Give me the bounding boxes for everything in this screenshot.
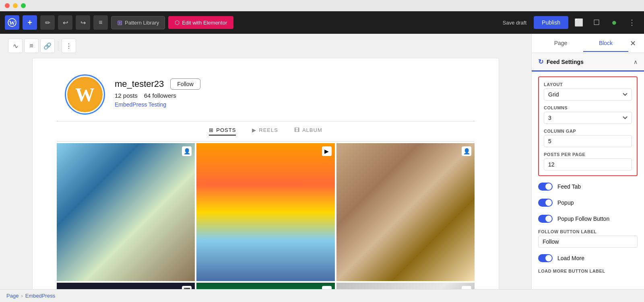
- tab-reels[interactable]: ▶ REELS: [252, 127, 278, 136]
- wp-logo[interactable]: W: [5, 15, 19, 30]
- popup-follow-toggle[interactable]: [538, 215, 553, 223]
- panel-close-button[interactable]: ✕: [628, 37, 638, 49]
- cell-2-icon: ▶: [322, 146, 332, 156]
- load-more-button-label-heading: LOAD MORE BUTTON LABEL: [538, 269, 638, 273]
- pattern-library-icon: ⊞: [117, 19, 122, 27]
- feed-tab-toggle[interactable]: [538, 183, 553, 191]
- grid-cell-1[interactable]: 👤: [57, 143, 195, 281]
- posts-per-page-setting: POSTS PER PAGE: [544, 152, 632, 171]
- popup-toggle-row: Popup: [538, 197, 638, 208]
- follow-button-label-input[interactable]: [538, 236, 638, 248]
- breadcrumb-embedpress[interactable]: EmbedPress: [25, 293, 55, 299]
- posts-per-page-input[interactable]: [544, 158, 632, 171]
- columns-select[interactable]: 1 2 3 4 5: [544, 112, 632, 124]
- profile-name-row: me_tester23 Follow: [115, 78, 200, 90]
- traffic-light-red[interactable]: [5, 3, 10, 8]
- pencil-button[interactable]: ✏: [40, 15, 55, 30]
- popup-label: Popup: [557, 199, 574, 206]
- traffic-light-yellow[interactable]: [13, 3, 18, 8]
- publish-button[interactable]: Publish: [534, 16, 568, 29]
- cell-6-icon: ···: [462, 286, 471, 289]
- cell-5-icon: ▶: [322, 286, 332, 289]
- avatar: W: [67, 77, 103, 112]
- album-icon: 🎞: [294, 127, 300, 133]
- breadcrumb-page[interactable]: Page: [6, 293, 19, 299]
- feed-settings-header[interactable]: ↻ Feed Settings ∧: [532, 53, 644, 72]
- pattern-library-button[interactable]: ⊞ Pattern Library: [111, 16, 165, 29]
- tab-block[interactable]: Block: [583, 35, 628, 52]
- style-btn-3[interactable]: 🔗: [40, 39, 55, 53]
- grid-cell-3[interactable]: 👤: [336, 143, 475, 281]
- editor-area: ∿ ≡ 🔗 ⋮ W me_tester23 Follow: [0, 34, 531, 289]
- grid-cell-2[interactable]: ▶: [196, 143, 334, 281]
- cell-4-icon: ⬛: [182, 286, 192, 289]
- status-button[interactable]: ●: [607, 15, 621, 30]
- add-button[interactable]: +: [23, 15, 37, 30]
- feed-settings-title: ↻ Feed Settings: [538, 58, 584, 66]
- save-draft-button[interactable]: Save draft: [499, 17, 530, 28]
- more-options-button[interactable]: ⋮: [625, 15, 639, 30]
- layout-setting: LAYOUT Grid List Masonry: [544, 82, 632, 101]
- grid-icon: ⊞: [209, 127, 214, 133]
- profile-bio: EmbedPress Testing: [115, 101, 200, 108]
- column-gap-input[interactable]: [544, 135, 632, 147]
- avatar-container: W: [65, 74, 105, 115]
- columns-setting: COLUMNS 1 2 3 4 5: [544, 105, 632, 124]
- popup-toggle[interactable]: [538, 199, 553, 207]
- undo-button[interactable]: ↩: [58, 15, 72, 30]
- profile-stats: 12 posts 64 followers: [115, 92, 200, 99]
- titlebar: [0, 0, 644, 11]
- divider: [58, 41, 58, 51]
- style-btn-1[interactable]: ∿: [8, 39, 23, 53]
- grid-cell-5[interactable]: ▶: [196, 283, 334, 289]
- menu-button[interactable]: ≡: [93, 15, 108, 30]
- grid-cell-4[interactable]: ⬛: [57, 283, 195, 289]
- profile-username: me_tester23: [115, 79, 164, 89]
- grid-cell-6[interactable]: ···: [336, 283, 475, 289]
- panel-header: Page Block ✕: [532, 34, 644, 53]
- feed-settings-icon: ↻: [538, 58, 543, 66]
- cell-3-icon: 👤: [462, 146, 471, 156]
- style-btn-2[interactable]: ≡: [24, 39, 39, 53]
- posts-tabs: ⊞ POSTS ▶ REELS 🎞 ALBUM: [57, 121, 475, 142]
- wp-toolbar: W + ✏ ↩ ↪ ≡ ⊞ Pattern Library ⬡ Edit wit…: [0, 11, 644, 34]
- load-more-toggle-row: Load More: [538, 253, 638, 264]
- follow-button[interactable]: Follow: [170, 78, 200, 90]
- breadcrumb-separator: ›: [21, 293, 23, 299]
- main-area: ∿ ≡ 🔗 ⋮ W me_tester23 Follow: [0, 34, 644, 289]
- elementor-icon: ⬡: [175, 19, 180, 26]
- reels-icon: ▶: [252, 127, 256, 133]
- feed-tab-toggle-row: Feed Tab: [538, 181, 638, 192]
- redo-button[interactable]: ↪: [76, 15, 90, 30]
- profile-info: me_tester23 Follow 12 posts 64 followers…: [115, 74, 200, 108]
- elementor-button[interactable]: ⬡ Edit with Elementor: [168, 16, 233, 29]
- feed-settings-chevron-icon: ∧: [634, 59, 638, 65]
- follow-button-label-setting: FOLLOW BUTTON LABEL: [538, 229, 638, 248]
- red-bordered-section: LAYOUT Grid List Masonry COLUMNS 1 2 3 4: [538, 76, 638, 176]
- responsive-button[interactable]: ☐: [589, 15, 604, 30]
- columns-label: COLUMNS: [544, 105, 632, 110]
- traffic-light-green[interactable]: [21, 3, 26, 8]
- svg-text:W: W: [9, 20, 15, 26]
- load-more-toggle[interactable]: [538, 254, 553, 262]
- posts-count: 12 posts: [115, 92, 138, 99]
- settings-content: LAYOUT Grid List Masonry COLUMNS 1 2 3 4: [532, 72, 644, 280]
- load-more-label: Load More: [557, 255, 584, 261]
- popup-follow-label: Popup Follow Button: [557, 216, 609, 222]
- column-gap-label: COLUMN GAP: [544, 129, 632, 134]
- avatar-ring: W: [65, 74, 105, 115]
- tab-posts[interactable]: ⊞ POSTS: [209, 127, 236, 136]
- layout-label: LAYOUT: [544, 82, 632, 87]
- device-preview-button[interactable]: ⬜: [572, 15, 586, 30]
- right-panel: Page Block ✕ ↻ Feed Settings ∧ LAYOUT Gr…: [531, 34, 644, 289]
- tab-page[interactable]: Page: [538, 35, 583, 52]
- tab-album[interactable]: 🎞 ALBUM: [294, 127, 322, 136]
- followers-count: 64 followers: [144, 92, 176, 99]
- layout-select[interactable]: Grid List Masonry: [544, 88, 632, 101]
- profile-header: W me_tester23 Follow 12 posts 64 followe…: [41, 66, 491, 121]
- feed-tab-label: Feed Tab: [557, 183, 581, 190]
- follow-button-label-label: FOLLOW BUTTON LABEL: [538, 229, 638, 234]
- posts-grid: 👤 ▶ 👤 ⬛ ▶ ···: [57, 143, 475, 289]
- more-btn[interactable]: ⋮: [62, 39, 76, 53]
- popup-follow-toggle-row: Popup Follow Button: [538, 213, 638, 224]
